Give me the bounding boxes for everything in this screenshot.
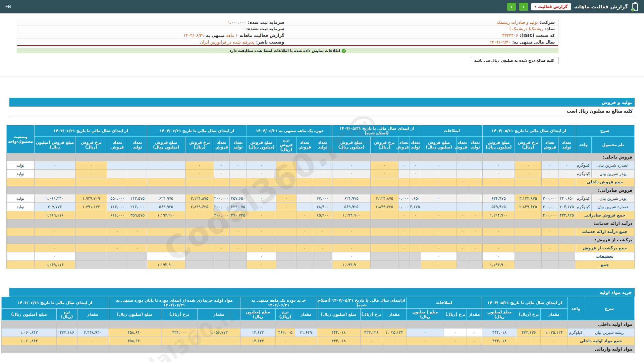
page-title: گزارش فعالیت ماهانه: [574, 4, 628, 10]
report-type-dropdown[interactable]: گزارش فعالیت ▾: [531, 3, 571, 10]
value-cell: ۰: [247, 170, 276, 178]
value-cell: ۰: [247, 261, 276, 269]
column-header: تعداد تولید: [558, 137, 575, 153]
company-info-row-right: نماد:ریشمک( دریشمک ): [288, 26, 558, 33]
value-cell: [185, 244, 214, 252]
empty-cell: [406, 345, 444, 353]
value-cell: [276, 252, 296, 261]
value-cell: ۴۴۴,۰۱۸: [317, 328, 360, 337]
empty-cell: [296, 153, 313, 161]
value-cell: [410, 252, 421, 261]
unit-cell: کیلوگرم: [568, 328, 584, 337]
value-cell: [457, 194, 468, 203]
empty-cell: [468, 236, 482, 244]
value-cell: [128, 252, 147, 261]
value-cell: ۰: [247, 194, 276, 203]
empty-cell: [515, 220, 541, 228]
column-header: نرخ (ریال): [161, 309, 197, 320]
empty-cell: [468, 220, 482, 228]
value-cell: ۰: [275, 337, 295, 345]
nav-forward-button[interactable]: ›: [519, 3, 528, 11]
desc-header: شرح: [575, 125, 634, 137]
value-cell: ۰: [468, 211, 482, 220]
value-cell: ۰: [34, 161, 75, 170]
value-cell: ۶۲۴,۹۷۵: [332, 194, 370, 203]
value-cell: ۱۱۶,۰۰۰: [107, 203, 128, 211]
empty-cell: [1, 345, 56, 353]
amounts-note-box: کلیه مبالغ درج شده به میلیون ریال می باش…: [470, 57, 558, 64]
empty-cell: [457, 186, 468, 194]
value-cell: ۰: [482, 161, 515, 170]
value-cell: [296, 194, 313, 203]
empty-cell: [34, 236, 75, 244]
value-cell: [185, 261, 214, 269]
value-cell: ۰: [398, 228, 410, 236]
info-label: نماد:: [545, 26, 555, 31]
empty-cell: [370, 220, 398, 228]
value-cell: ۰: [214, 244, 229, 252]
empty-cell: [444, 320, 467, 328]
empty-cell: [296, 236, 313, 244]
value-cell: ۰: [482, 228, 515, 236]
empty-cell: [108, 320, 161, 328]
empty-cell: [1, 320, 56, 328]
empty-cell: [214, 153, 229, 161]
nav-back-button[interactable]: ‹: [507, 3, 516, 11]
value-cell: ۰: [214, 161, 229, 170]
empty-cell: [360, 345, 382, 353]
column-header: نرخ فروش (ریال): [370, 137, 398, 153]
column-group-header: اصلاحات: [406, 297, 482, 309]
column-header: مبلغ (میلیون ریال): [482, 309, 517, 320]
empty-cell: [77, 345, 108, 353]
materials-section-header: خرید مواد اولیه: [9, 288, 635, 297]
company-info-row-right: سال مالی منتهی به:۱۴۰۴/۰۹/۳۰: [288, 39, 558, 46]
empty-cell: [214, 220, 229, 228]
value-cell: ۰: [482, 252, 515, 261]
value-cell: [558, 178, 575, 186]
empty-cell: [410, 153, 421, 161]
status-cell: [6, 261, 34, 269]
value-cell: ۰: [75, 170, 107, 178]
column-group-header: مواد اولیه خریداری شده از ابتدای دوره تا…: [108, 297, 240, 309]
value-cell: [75, 178, 107, 186]
value-cell: ۰: [467, 328, 482, 337]
column-group-header: از ابتدای سال مالی تا تاریخ ۱۴۰۴/۰۶/۳۱: [147, 125, 247, 137]
section-row-label: مواد اولیه داخلی: [568, 320, 635, 328]
value-cell: ۰: [147, 178, 185, 186]
value-cell: [370, 211, 398, 220]
empty-cell: [360, 320, 382, 328]
value-cell: [313, 252, 332, 261]
empty-cell: [197, 345, 240, 353]
empty-cell: [468, 153, 482, 161]
empty-cell: [558, 220, 575, 228]
value-cell: ۱,۰۶۰,۸۴۲: [1, 328, 56, 337]
empty-cell: [185, 236, 214, 244]
empty-cell: [107, 236, 128, 244]
empty-cell: [482, 220, 515, 228]
value-cell: ۰: [296, 228, 313, 236]
value-cell: [457, 203, 468, 211]
value-cell: ۰: [247, 203, 276, 211]
column-header: نرخ (ریال): [56, 309, 77, 320]
value-cell: [468, 161, 482, 170]
column-header: مبلغ (میلیون ریال): [317, 309, 360, 320]
value-cell: ۲,۸۴۹,۶۲۵: [370, 203, 398, 211]
empty-cell: [541, 186, 558, 194]
column-group-header: از ابتدای سال مالی تا تاریخ ۱۴۰۴/۰۵/۳۱ (…: [332, 125, 421, 137]
value-cell: ۶۶۶,۰۰۰: [107, 211, 128, 220]
value-cell: ۰: [421, 244, 457, 252]
value-cell: [128, 161, 147, 170]
value-cell: [107, 161, 128, 170]
value-cell: [515, 178, 541, 186]
empty-cell: [515, 186, 541, 194]
value-cell: ۰: [444, 328, 467, 337]
column-header: تعداد فروش: [107, 137, 128, 153]
value-cell: [410, 228, 421, 236]
value-cell: ۱,۱۹۴,۹۰۰: [482, 211, 515, 220]
column-group-header: دوره یک ماهه منتهی به ۱۴۰۴/۰۶/۳۱: [247, 125, 332, 137]
empty-cell: [382, 320, 406, 328]
value-cell: [229, 261, 247, 269]
value-cell: [558, 261, 575, 269]
value-cell: ۰: [370, 170, 398, 178]
language-toggle-button[interactable]: EN: [5, 4, 11, 9]
